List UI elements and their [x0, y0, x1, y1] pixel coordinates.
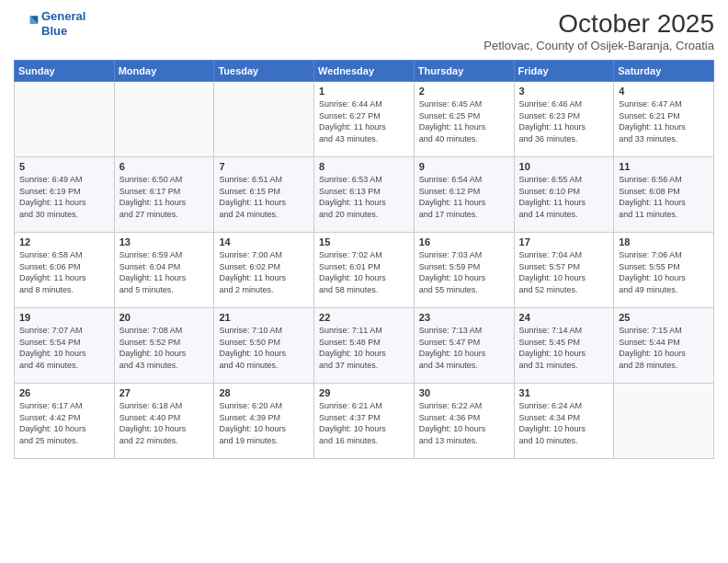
calendar-cell: 13Sunrise: 6:59 AM Sunset: 6:04 PM Dayli…: [114, 233, 214, 308]
calendar-cell: 1Sunrise: 6:44 AM Sunset: 6:27 PM Daylig…: [314, 82, 415, 157]
day-number: 31: [519, 387, 609, 398]
header: General Blue October 2025 Petlovac, Coun…: [14, 9, 714, 52]
calendar-cell: 2Sunrise: 6:45 AM Sunset: 6:25 PM Daylig…: [414, 82, 514, 157]
day-info: Sunrise: 7:00 AM Sunset: 6:02 PM Dayligh…: [219, 249, 309, 295]
calendar-cell: 22Sunrise: 7:11 AM Sunset: 5:48 PM Dayli…: [314, 308, 415, 384]
day-info: Sunrise: 7:15 AM Sunset: 5:44 PM Dayligh…: [619, 325, 709, 371]
day-info: Sunrise: 7:10 AM Sunset: 5:50 PM Dayligh…: [219, 325, 309, 371]
calendar-cell: 4Sunrise: 6:47 AM Sunset: 6:21 PM Daylig…: [614, 82, 714, 157]
calendar-cell: 24Sunrise: 7:14 AM Sunset: 5:45 PM Dayli…: [514, 308, 614, 384]
day-info: Sunrise: 6:17 AM Sunset: 4:42 PM Dayligh…: [19, 400, 109, 446]
calendar-cell: 27Sunrise: 6:18 AM Sunset: 4:40 PM Dayli…: [114, 384, 214, 459]
calendar-week-1: 1Sunrise: 6:44 AM Sunset: 6:27 PM Daylig…: [15, 82, 714, 157]
day-number: 10: [519, 161, 609, 172]
day-info: Sunrise: 6:45 AM Sunset: 6:25 PM Dayligh…: [419, 98, 509, 144]
calendar-cell: 17Sunrise: 7:04 AM Sunset: 5:57 PM Dayli…: [514, 233, 614, 308]
logo-text: General Blue: [41, 9, 85, 38]
day-info: Sunrise: 6:50 AM Sunset: 6:17 PM Dayligh…: [119, 174, 210, 220]
calendar-week-3: 12Sunrise: 6:58 AM Sunset: 6:06 PM Dayli…: [15, 233, 714, 308]
calendar-cell: 6Sunrise: 6:50 AM Sunset: 6:17 PM Daylig…: [114, 157, 214, 233]
calendar-week-4: 19Sunrise: 7:07 AM Sunset: 5:54 PM Dayli…: [15, 308, 714, 384]
logo: General Blue: [14, 9, 85, 38]
day-number: 4: [619, 86, 709, 97]
day-number: 11: [619, 161, 709, 172]
calendar-cell: 15Sunrise: 7:02 AM Sunset: 6:01 PM Dayli…: [314, 233, 415, 308]
calendar-header-row: Sunday Monday Tuesday Wednesday Thursday…: [15, 61, 714, 82]
day-info: Sunrise: 6:47 AM Sunset: 6:21 PM Dayligh…: [619, 98, 709, 144]
day-info: Sunrise: 6:24 AM Sunset: 4:34 PM Dayligh…: [519, 400, 609, 446]
day-number: 14: [219, 236, 309, 247]
calendar-cell: 8Sunrise: 6:53 AM Sunset: 6:13 PM Daylig…: [314, 157, 415, 233]
day-info: Sunrise: 7:08 AM Sunset: 5:52 PM Dayligh…: [119, 325, 210, 371]
calendar-cell: [614, 384, 714, 459]
title-block: October 2025 Petlovac, County of Osijek-…: [483, 9, 714, 52]
calendar-cell: 18Sunrise: 7:06 AM Sunset: 5:55 PM Dayli…: [614, 233, 714, 308]
day-number: 8: [319, 161, 409, 172]
calendar-cell: [114, 82, 214, 157]
day-info: Sunrise: 6:54 AM Sunset: 6:12 PM Dayligh…: [419, 174, 509, 220]
day-info: Sunrise: 6:21 AM Sunset: 4:37 PM Dayligh…: [319, 400, 409, 446]
day-info: Sunrise: 7:06 AM Sunset: 5:55 PM Dayligh…: [619, 249, 709, 295]
day-number: 13: [119, 236, 210, 247]
calendar: Sunday Monday Tuesday Wednesday Thursday…: [14, 60, 714, 459]
day-info: Sunrise: 6:55 AM Sunset: 6:10 PM Dayligh…: [519, 174, 609, 220]
col-monday: Monday: [114, 61, 214, 82]
day-info: Sunrise: 6:59 AM Sunset: 6:04 PM Dayligh…: [119, 249, 210, 295]
calendar-cell: 19Sunrise: 7:07 AM Sunset: 5:54 PM Dayli…: [15, 308, 115, 384]
calendar-week-2: 5Sunrise: 6:49 AM Sunset: 6:19 PM Daylig…: [15, 157, 714, 233]
day-number: 1: [319, 86, 409, 97]
calendar-cell: 25Sunrise: 7:15 AM Sunset: 5:44 PM Dayli…: [614, 308, 714, 384]
day-number: 26: [19, 387, 109, 398]
calendar-cell: 26Sunrise: 6:17 AM Sunset: 4:42 PM Dayli…: [15, 384, 115, 459]
day-info: Sunrise: 6:46 AM Sunset: 6:23 PM Dayligh…: [519, 98, 609, 144]
day-number: 27: [119, 387, 210, 398]
col-tuesday: Tuesday: [214, 61, 314, 82]
day-number: 2: [419, 86, 509, 97]
calendar-cell: 7Sunrise: 6:51 AM Sunset: 6:15 PM Daylig…: [214, 157, 314, 233]
col-saturday: Saturday: [614, 61, 714, 82]
day-number: 18: [619, 236, 709, 247]
day-info: Sunrise: 6:58 AM Sunset: 6:06 PM Dayligh…: [19, 249, 109, 295]
day-number: 19: [19, 312, 109, 323]
day-number: 12: [19, 236, 109, 247]
calendar-cell: 12Sunrise: 6:58 AM Sunset: 6:06 PM Dayli…: [15, 233, 115, 308]
location-subtitle: Petlovac, County of Osijek-Baranja, Croa…: [483, 39, 714, 52]
day-info: Sunrise: 6:53 AM Sunset: 6:13 PM Dayligh…: [319, 174, 409, 220]
logo-icon: [14, 11, 40, 37]
day-info: Sunrise: 7:02 AM Sunset: 6:01 PM Dayligh…: [319, 249, 409, 295]
calendar-cell: [15, 82, 115, 157]
day-number: 29: [319, 387, 409, 398]
day-info: Sunrise: 7:13 AM Sunset: 5:47 PM Dayligh…: [419, 325, 509, 371]
calendar-cell: 14Sunrise: 7:00 AM Sunset: 6:02 PM Dayli…: [214, 233, 314, 308]
day-info: Sunrise: 6:22 AM Sunset: 4:36 PM Dayligh…: [419, 400, 509, 446]
calendar-cell: 3Sunrise: 6:46 AM Sunset: 6:23 PM Daylig…: [514, 82, 614, 157]
day-info: Sunrise: 6:56 AM Sunset: 6:08 PM Dayligh…: [619, 174, 709, 220]
day-info: Sunrise: 6:51 AM Sunset: 6:15 PM Dayligh…: [219, 174, 309, 220]
day-number: 23: [419, 312, 509, 323]
col-sunday: Sunday: [15, 61, 115, 82]
calendar-cell: 11Sunrise: 6:56 AM Sunset: 6:08 PM Dayli…: [614, 157, 714, 233]
calendar-cell: 29Sunrise: 6:21 AM Sunset: 4:37 PM Dayli…: [314, 384, 415, 459]
day-info: Sunrise: 7:07 AM Sunset: 5:54 PM Dayligh…: [19, 325, 109, 371]
day-number: 20: [119, 312, 210, 323]
day-number: 24: [519, 312, 609, 323]
day-info: Sunrise: 7:14 AM Sunset: 5:45 PM Dayligh…: [519, 325, 609, 371]
calendar-cell: 10Sunrise: 6:55 AM Sunset: 6:10 PM Dayli…: [514, 157, 614, 233]
day-info: Sunrise: 6:20 AM Sunset: 4:39 PM Dayligh…: [219, 400, 309, 446]
calendar-cell: 16Sunrise: 7:03 AM Sunset: 5:59 PM Dayli…: [414, 233, 514, 308]
calendar-cell: 30Sunrise: 6:22 AM Sunset: 4:36 PM Dayli…: [414, 384, 514, 459]
calendar-cell: 23Sunrise: 7:13 AM Sunset: 5:47 PM Dayli…: [414, 308, 514, 384]
day-number: 7: [219, 161, 309, 172]
col-friday: Friday: [514, 61, 614, 82]
day-number: 16: [419, 236, 509, 247]
day-number: 15: [319, 236, 409, 247]
calendar-cell: 5Sunrise: 6:49 AM Sunset: 6:19 PM Daylig…: [15, 157, 115, 233]
day-info: Sunrise: 6:49 AM Sunset: 6:19 PM Dayligh…: [19, 174, 109, 220]
day-info: Sunrise: 7:11 AM Sunset: 5:48 PM Dayligh…: [319, 325, 409, 371]
day-number: 22: [319, 312, 409, 323]
day-number: 28: [219, 387, 309, 398]
day-number: 6: [119, 161, 210, 172]
day-number: 17: [519, 236, 609, 247]
calendar-cell: 9Sunrise: 6:54 AM Sunset: 6:12 PM Daylig…: [414, 157, 514, 233]
calendar-cell: 21Sunrise: 7:10 AM Sunset: 5:50 PM Dayli…: [214, 308, 314, 384]
